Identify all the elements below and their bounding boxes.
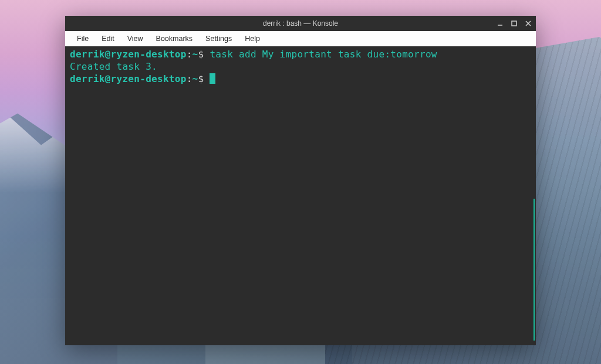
terminal-line-output: Created task 3. <box>70 61 531 73</box>
prompt-symbol: $ <box>198 73 204 84</box>
prompt-separator: : <box>187 73 193 84</box>
scrollbar-indicator[interactable] <box>534 199 535 341</box>
window-title: derrik : bash — Konsole <box>263 19 338 28</box>
close-button[interactable] <box>524 19 532 28</box>
prompt-user-host: derrik@ryzen-desktop <box>70 49 187 60</box>
maximize-button[interactable] <box>510 19 518 28</box>
window-titlebar[interactable]: derrik : bash — Konsole <box>65 16 536 31</box>
command-text: task add My important task due:tomorrow <box>204 49 437 60</box>
menubar: File Edit View Bookmarks Settings Help <box>65 31 536 46</box>
terminal-line-input: derrik@ryzen-desktop:~$ task add My impo… <box>70 49 531 61</box>
output-text: Created task 3. <box>70 61 157 72</box>
prompt-path: ~ <box>193 73 198 84</box>
terminal-line-prompt: derrik@ryzen-desktop:~$ <box>70 73 531 86</box>
terminal-window: derrik : bash — Konsole File Edit View B… <box>65 16 536 345</box>
menu-settings[interactable]: Settings <box>200 33 238 45</box>
svg-rect-1 <box>512 21 516 26</box>
menu-edit[interactable]: Edit <box>96 33 120 45</box>
prompt-separator: : <box>187 49 193 60</box>
prompt-user-host: derrik@ryzen-desktop <box>70 73 187 84</box>
menu-bookmarks[interactable]: Bookmarks <box>150 33 199 45</box>
terminal-body[interactable]: derrik@ryzen-desktop:~$ task add My impo… <box>65 46 536 345</box>
minimize-button[interactable] <box>496 19 504 28</box>
terminal-cursor <box>210 73 215 84</box>
menu-view[interactable]: View <box>121 33 149 45</box>
menu-help[interactable]: Help <box>239 33 266 45</box>
window-controls <box>496 16 532 31</box>
menu-file[interactable]: File <box>71 33 94 45</box>
prompt-symbol: $ <box>198 49 204 60</box>
prompt-path: ~ <box>193 49 198 60</box>
